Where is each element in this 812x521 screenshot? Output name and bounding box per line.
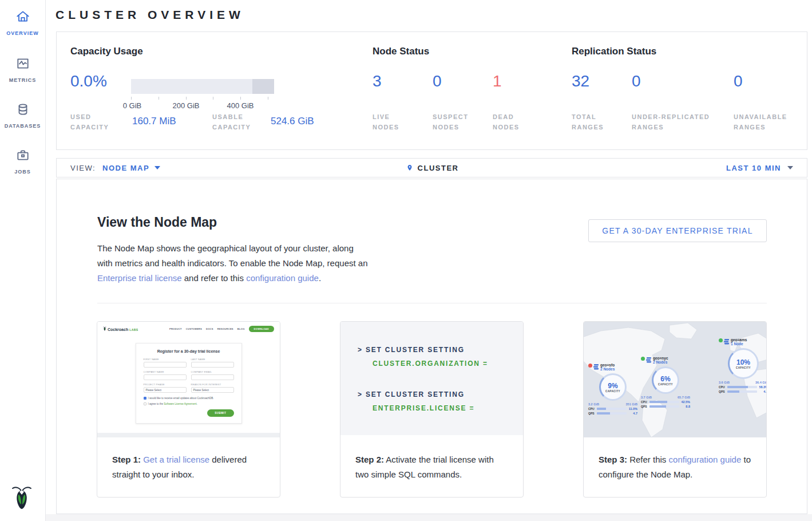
- main-content: CLUSTER OVERVIEW Capacity Usage 0.0% 0 G…: [46, 0, 812, 521]
- step-2-sql-snippet: > SET CLUSTER SETTING CLUSTER.ORGANIZATI…: [340, 322, 523, 437]
- cockroachdb-logo-icon: [11, 484, 32, 511]
- step-3-caption: Step 3: Refer this configuration guide t…: [584, 437, 766, 482]
- page-footer-strip: [46, 514, 812, 521]
- dead-nodes-count: 1: [493, 72, 502, 90]
- unavailable-ranges-label: UNAVAILABLERANGES: [734, 112, 787, 132]
- mini-site-nav: PRODUCT CUSTOMERS DOCS RESOURCES BLOG DO…: [169, 326, 274, 332]
- sidebar-item-label: JOBS: [14, 169, 31, 175]
- sidebar-item-label: OVERVIEW: [6, 30, 38, 36]
- briefcase-icon: [15, 148, 30, 165]
- sidebar-item-label: DATABASES: [5, 123, 41, 129]
- reason-for-interest-select: Please Select: [191, 387, 234, 393]
- node-map-heading: View the Node Map: [97, 215, 217, 230]
- license-agreement-checkbox: [144, 402, 146, 405]
- step-2-caption: Step 2: Activate the trial license with …: [340, 437, 523, 482]
- step-3-node-map-preview: geo=sfo2 Nodes 9% CAPACITY 3.2 GiB351 Gi…: [584, 322, 766, 437]
- email-updates-checkbox: [144, 397, 146, 400]
- company-email-field: [191, 374, 234, 380]
- capacity-gauge: 10% CAPACITY: [728, 348, 759, 379]
- live-nodes-count: 3: [373, 72, 382, 90]
- unavailable-ranges-count: 0: [734, 72, 743, 90]
- cluster-breadcrumb-label: CLUSTER: [418, 164, 459, 172]
- total-ranges-label: TOTALRANGES: [572, 112, 604, 132]
- sidebar-item-metrics[interactable]: METRICS: [0, 56, 45, 83]
- step-1-screenshot: Cockroach LABS PRODUCT CUSTOMERS DOCS RE…: [97, 322, 280, 437]
- sidebar-item-databases[interactable]: DATABASES: [0, 102, 45, 129]
- capacity-percent: 0.0%: [70, 72, 107, 90]
- location-pin-icon: [406, 163, 413, 172]
- under-replicated-ranges-label: UNDER-REPLICATEDRANGES: [632, 112, 710, 132]
- nodes-stack-icon: [593, 364, 599, 370]
- section-divider: [97, 303, 767, 303]
- sql-argument: CLUSTER.ORGANIZATION =: [373, 360, 488, 368]
- used-capacity-label: USEDCAPACITY: [70, 112, 109, 132]
- usable-capacity-value: 524.6 GiB: [271, 116, 314, 127]
- breadcrumb: CLUSTER: [57, 163, 808, 172]
- capacity-bar-reserved-segment: [252, 79, 274, 94]
- enterprise-trial-license-link[interactable]: Enterprise trial license: [97, 273, 182, 283]
- company-name-field: [144, 374, 187, 380]
- capacity-gauge: 9% CAPACITY: [599, 373, 627, 401]
- status-dot-dead-icon: [588, 364, 592, 368]
- node-status-title: Node Status: [373, 46, 429, 57]
- sidebar-item-label: METRICS: [9, 77, 37, 83]
- roach-icon: [103, 326, 106, 331]
- configuration-guide-link[interactable]: configuration guide: [669, 455, 742, 464]
- node-map-card: View the Node Map The Node Map shows the…: [56, 179, 807, 514]
- suspect-nodes-count: 0: [433, 72, 442, 90]
- cluster-summary-card: Capacity Usage 0.0% 0 GiB 200 GiB 400 Gi…: [56, 31, 807, 150]
- nodes-stack-icon: [724, 339, 730, 345]
- last-name-field: [191, 362, 234, 368]
- sidebar-item-overview[interactable]: OVERVIEW: [0, 9, 45, 36]
- node-map-description: The Node Map shows the geographical layo…: [97, 241, 369, 286]
- sql-argument: ENTERPRISE.LICENSE =: [373, 404, 474, 412]
- sql-command: > SET CLUSTER SETTING: [358, 346, 465, 354]
- mini-download-button: DOWNLOAD: [249, 326, 274, 332]
- live-nodes-label: LIVENODES: [373, 112, 399, 132]
- capacity-gauge: 6% CAPACITY: [652, 366, 679, 394]
- locality-widget-sfo: geo=sfo2 Nodes 9% CAPACITY 3.2 GiB351 Gi…: [588, 363, 637, 415]
- view-bar: VIEW: NODE MAP CLUSTER LAST 10 MIN: [56, 158, 807, 177]
- first-name-field: [144, 362, 187, 368]
- step-3-card: geo=sfo2 Nodes 9% CAPACITY 3.2 GiB351 Gi…: [583, 321, 767, 498]
- replication-status-title: Replication Status: [572, 46, 656, 57]
- trial-registration-form: Register for a 30-day trial license FIRS…: [136, 343, 242, 424]
- status-dot-live-icon: [719, 338, 723, 342]
- mini-submit-button: SUBMIT: [207, 409, 233, 417]
- capacity-tick-label: 0 GiB: [123, 101, 142, 110]
- suspect-nodes-label: SUSPECTNODES: [433, 112, 468, 132]
- sidebar-item-jobs[interactable]: JOBS: [0, 148, 45, 175]
- cockroach-labs-logo: Cockroach LABS: [103, 326, 138, 331]
- capacity-bar: [131, 79, 274, 94]
- form-title: Register for a 30-day trial license: [144, 349, 234, 353]
- capacity-tick-label: 400 GiB: [227, 101, 254, 110]
- step-1-caption: Step 1: Get a trial license delivered st…: [97, 437, 280, 482]
- database-icon: [15, 102, 30, 119]
- step-2-card: > SET CLUSTER SETTING CLUSTER.ORGANIZATI…: [340, 321, 524, 498]
- capacity-tick-label: 200 GiB: [173, 101, 200, 110]
- home-icon: [15, 9, 30, 26]
- status-dot-live-icon: [641, 357, 645, 361]
- dead-nodes-label: DEADNODES: [493, 112, 520, 132]
- used-capacity-value: 160.7 MiB: [132, 116, 176, 127]
- project-phase-select: Please Select: [144, 387, 187, 393]
- sql-command: > SET CLUSTER SETTING: [358, 390, 465, 398]
- capacity-usage-title: Capacity Usage: [70, 46, 143, 57]
- locality-widget-nyc: geo=nyc2 Nodes 6% CAPACITY 3.7 GiB65.7 G…: [641, 356, 690, 408]
- sidebar: OVERVIEW METRICS DATABASES JOBS: [0, 0, 46, 521]
- admin-ui-screen: OVERVIEW METRICS DATABASES JOBS: [0, 0, 812, 521]
- page-title: CLUSTER OVERVIEW: [56, 8, 244, 22]
- nodes-stack-icon: [646, 357, 652, 363]
- configuration-guide-link[interactable]: configuration guide: [246, 273, 319, 283]
- total-ranges-count: 32: [572, 72, 589, 90]
- get-trial-license-link[interactable]: Get a trial license: [143, 455, 209, 464]
- usable-capacity-label: USABLECAPACITY: [212, 112, 251, 132]
- under-replicated-ranges-count: 0: [632, 72, 641, 90]
- enterprise-trial-button[interactable]: GET A 30-DAY ENTERPRISE TRIAL: [588, 219, 767, 242]
- locality-widget-ams: geo=ams1 Node 10% CAPACITY 3.6 GiB36.4 G…: [719, 338, 766, 393]
- metrics-chart-icon: [15, 56, 30, 73]
- step-1-card: Cockroach LABS PRODUCT CUSTOMERS DOCS RE…: [97, 321, 280, 498]
